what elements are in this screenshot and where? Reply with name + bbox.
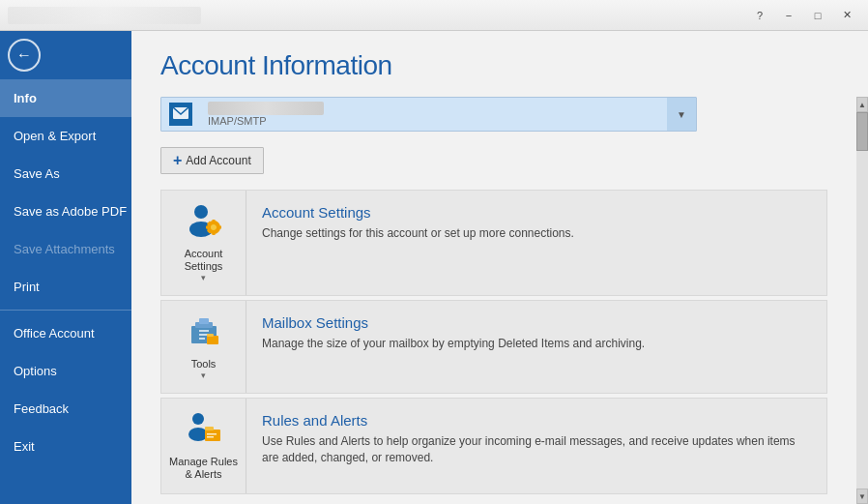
minimize-button[interactable]: −: [775, 5, 802, 26]
scroll-up-icon: ▲: [858, 101, 866, 109]
rules-alerts-icon-area: Manage Rules& Alerts: [161, 399, 246, 492]
main-content: Account Information: [131, 31, 868, 504]
account-settings-icon-area: AccountSettings ▾: [161, 191, 246, 295]
svg-rect-18: [199, 338, 205, 340]
content-area: IMAP/SMTP ▼ + Add Account: [131, 97, 856, 504]
account-settings-card-title: Account Settings: [262, 204, 811, 221]
scroll-down-icon: ▼: [858, 492, 866, 501]
sidebar-label-info: Info: [14, 91, 37, 105]
title-decoration: [8, 7, 201, 24]
account-settings-arrow-icon: ▾: [185, 273, 223, 283]
add-account-row: + Add Account: [160, 147, 827, 174]
sidebar-label-office-account: Office Account: [14, 326, 95, 341]
back-circle-icon: ←: [8, 39, 41, 72]
sidebar-label-print: Print: [14, 280, 40, 294]
sidebar-item-office-account[interactable]: Office Account: [0, 314, 131, 352]
account-dropdown[interactable]: IMAP/SMTP ▼: [160, 97, 697, 132]
svg-rect-25: [207, 433, 217, 435]
scroll-up-button[interactable]: ▲: [856, 97, 868, 112]
sidebar-item-info[interactable]: Info: [0, 79, 131, 117]
sidebar-label-options: Options: [14, 364, 57, 378]
svg-rect-26: [207, 436, 214, 438]
sidebar-item-print[interactable]: Print: [0, 268, 131, 306]
mailbox-settings-svg: [186, 312, 222, 347]
title-bar-controls: ? − □ ✕: [746, 5, 860, 26]
title-bar-left: [8, 7, 201, 24]
mailbox-settings-arrow-icon: ▾: [191, 371, 217, 381]
sidebar-item-feedback[interactable]: Feedback: [0, 390, 131, 428]
rules-alerts-card[interactable]: Manage Rules& Alerts Rules and Alerts Us…: [160, 398, 827, 493]
account-mail-icon: [169, 103, 192, 126]
mailbox-settings-card[interactable]: Tools ▾ Mailbox Settings Manage the size…: [160, 300, 827, 394]
add-account-plus-icon: +: [173, 153, 182, 168]
svg-rect-24: [205, 427, 214, 430]
rules-alerts-icon: [186, 410, 222, 452]
back-button[interactable]: ←: [0, 31, 48, 79]
add-account-button[interactable]: + Add Account: [160, 147, 264, 174]
app-body: ← Info Open & Export Save As Save as Ado…: [0, 31, 868, 504]
account-selector-row: IMAP/SMTP ▼: [160, 97, 827, 132]
account-dropdown-icon-area: [161, 98, 200, 131]
rules-alerts-icon-label: Manage Rules& Alerts: [169, 456, 238, 481]
add-account-label: Add Account: [186, 154, 250, 167]
account-name-blurred: [208, 102, 324, 115]
mailbox-settings-icon-area: Tools ▾: [161, 301, 246, 393]
sidebar-label-save-attachments: Save Attachments: [14, 242, 115, 256]
back-arrow-icon: ←: [16, 46, 32, 64]
svg-rect-20: [207, 334, 214, 337]
account-dropdown-arrow[interactable]: ▼: [667, 98, 696, 131]
sidebar-item-exit[interactable]: Exit: [0, 428, 131, 465]
svg-rect-23: [205, 430, 220, 441]
sidebar-item-save-attachments: Save Attachments: [0, 230, 131, 268]
help-button[interactable]: ?: [746, 5, 773, 26]
account-settings-card-label: AccountSettings: [185, 248, 223, 272]
scroll-thumb-area: [856, 112, 868, 489]
sidebar-item-save-adobe[interactable]: Save as Adobe PDF: [0, 193, 131, 230]
mailbox-settings-icon-label: Tools ▾: [191, 358, 217, 381]
page-title: Account Information: [160, 50, 839, 81]
tools-label: Tools: [191, 358, 217, 370]
content-header: Account Information: [131, 31, 868, 97]
sidebar-label-exit: Exit: [14, 439, 35, 454]
svg-point-1: [194, 205, 208, 219]
account-settings-card[interactable]: AccountSettings ▾ Account Settings Chang…: [160, 190, 827, 296]
rules-alerts-card-content: Rules and Alerts Use Rules and Alerts to…: [246, 399, 826, 480]
mailbox-settings-card-content: Mailbox Settings Manage the size of your…: [246, 301, 826, 366]
sidebar-item-options[interactable]: Options: [0, 352, 131, 390]
scroll-thumb[interactable]: [856, 112, 868, 151]
account-dropdown-text-area: IMAP/SMTP: [200, 102, 667, 128]
svg-rect-16: [199, 330, 209, 332]
mailbox-settings-icon: [186, 312, 222, 354]
account-settings-card-desc: Change settings for this account or set …: [262, 225, 811, 242]
sidebar-label-save-adobe: Save as Adobe PDF: [14, 204, 127, 219]
close-button[interactable]: ✕: [833, 5, 860, 26]
chevron-down-icon: ▼: [677, 109, 686, 120]
rules-alerts-card-title: Rules and Alerts: [262, 412, 811, 429]
account-protocol-label: IMAP/SMTP: [208, 115, 659, 127]
scrollbar: ▲ ▼: [856, 97, 868, 504]
svg-rect-19: [207, 336, 218, 344]
rules-alerts-card-desc: Use Rules and Alerts to help organize yo…: [262, 433, 811, 466]
account-settings-icon: [186, 202, 222, 244]
scroll-down-button[interactable]: ▼: [856, 489, 868, 504]
sidebar-item-save-as[interactable]: Save As: [0, 155, 131, 193]
account-settings-icon-label: AccountSettings ▾: [185, 248, 223, 283]
sidebar-divider: [0, 310, 131, 311]
sidebar-item-open-export[interactable]: Open & Export: [0, 117, 131, 155]
svg-rect-7: [206, 226, 210, 229]
svg-point-4: [211, 224, 217, 230]
sidebar-label-open-export: Open & Export: [14, 129, 96, 143]
maximize-button[interactable]: □: [804, 5, 831, 26]
sidebar: ← Info Open & Export Save As Save as Ado…: [0, 31, 131, 504]
title-bar: ? − □ ✕: [0, 0, 868, 31]
rules-alerts-svg: [186, 410, 222, 445]
sidebar-label-feedback: Feedback: [14, 401, 69, 416]
manage-rules-label: Manage Rules& Alerts: [169, 456, 238, 480]
account-settings-card-content: Account Settings Change settings for thi…: [246, 191, 826, 255]
sidebar-label-save-as: Save As: [14, 166, 60, 181]
mail-icon-svg: [173, 107, 188, 121]
mailbox-settings-card-desc: Manage the size of your mailbox by empty…: [262, 336, 811, 352]
account-settings-svg: [186, 202, 222, 237]
svg-rect-8: [217, 226, 221, 229]
svg-point-21: [192, 413, 204, 425]
